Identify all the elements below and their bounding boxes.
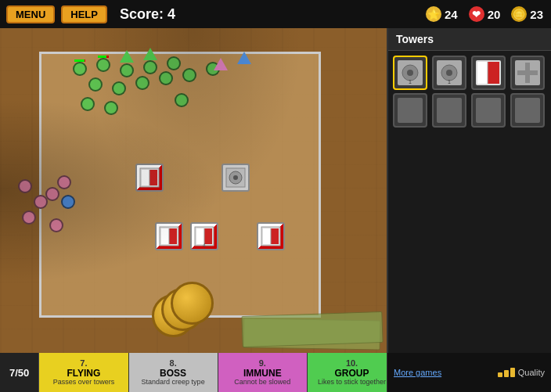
enemy-13	[104, 101, 118, 115]
enemy-blue-1	[61, 195, 75, 209]
wave-desc-group: Likes to stick together	[318, 379, 386, 387]
tower-slot-2[interactable]: 1	[432, 56, 466, 90]
wave-desc-flying: Passes over towers	[53, 379, 115, 387]
wave-name-immune: IMMUNE	[243, 368, 282, 379]
resource-bar: ⭐ 24 ❤ 20 🪙 23	[387, 0, 551, 28]
towers-grid: 1 1	[388, 51, 551, 132]
enemy-7	[112, 81, 126, 95]
tower-slot-6[interactable]	[432, 93, 466, 128]
tower-slot-8[interactable]	[510, 93, 545, 128]
more-games-link[interactable]: More games	[394, 368, 441, 377]
svg-rect-37	[476, 98, 501, 123]
coin-3	[171, 282, 214, 325]
enemy-arrow-4	[237, 52, 251, 64]
q-bar-2	[504, 370, 509, 377]
gold-resource: ⭐ 24	[426, 6, 458, 22]
field-tower-3[interactable]	[155, 222, 183, 250]
enemy-1	[73, 62, 87, 76]
field-tower-2[interactable]	[221, 164, 250, 192]
svg-rect-29	[477, 62, 488, 84]
enemy-5	[167, 56, 181, 70]
wave-num-9: 9.	[259, 358, 266, 368]
svg-rect-1	[142, 170, 149, 185]
svg-rect-9	[169, 228, 177, 244]
svg-text:1: 1	[409, 79, 412, 85]
wave-desc-immune: Cannot be slowed	[234, 379, 290, 387]
enemy-12	[81, 97, 95, 111]
enemy-4	[143, 60, 157, 74]
coin-icon: 🪙	[511, 6, 527, 22]
q-bar-1	[498, 372, 502, 377]
enemy-pink-3	[45, 187, 59, 201]
svg-rect-38	[515, 98, 540, 123]
score-display: Score: 4	[120, 6, 175, 23]
quality-label: Quality	[518, 368, 545, 377]
enemy-3	[120, 63, 134, 77]
tower-slot-5[interactable]	[393, 93, 427, 128]
svg-point-22	[407, 70, 413, 76]
wave-name-boss: BOSS	[160, 368, 186, 379]
svg-rect-8	[161, 228, 169, 244]
play-field: 4	[39, 52, 321, 318]
tower-slot-4[interactable]	[510, 56, 545, 90]
wave-num-8: 8.	[170, 358, 177, 368]
wave-counter: 7/50	[0, 353, 39, 392]
enemy-pink-1	[18, 179, 32, 193]
wave-item-immune[interactable]: 9. IMMUNE Cannot be slowed	[218, 353, 308, 392]
svg-rect-34	[517, 70, 538, 75]
q-bar-3	[510, 368, 515, 377]
svg-rect-13	[204, 228, 212, 244]
enemy-8	[135, 76, 149, 90]
svg-rect-30	[488, 62, 499, 84]
enemy-arrow-2	[143, 48, 157, 60]
wave-item-boss[interactable]: 8. BOSS Standard creep type	[129, 353, 218, 392]
tower-slot-7[interactable]	[471, 93, 506, 128]
gold-value: 24	[445, 8, 458, 21]
enemy-pink-6	[49, 218, 63, 232]
coin-resource: 🪙 23	[511, 6, 543, 22]
menu-button[interactable]: MENU	[6, 5, 55, 23]
desk-bills-front	[241, 311, 383, 347]
coins-pile	[152, 282, 214, 337]
enemy-pink-4	[57, 175, 71, 189]
wave-desc-boss: Standard creep type	[142, 379, 205, 387]
help-button[interactable]: HELP	[61, 5, 107, 23]
heart-resource: ❤ 20	[469, 6, 501, 22]
coin-value: 23	[530, 8, 543, 21]
game-container: MENU HELP Score: 4 ⭐ 24 ❤ 20 🪙 23	[0, 0, 551, 392]
svg-rect-18	[271, 228, 279, 244]
towers-title: Towers	[388, 28, 551, 51]
enemy-2	[96, 58, 110, 72]
svg-rect-12	[196, 228, 204, 244]
field-tower-1[interactable]	[135, 164, 164, 192]
enemy-arrow-1	[120, 50, 134, 63]
tower-slot-3[interactable]	[471, 56, 506, 90]
footer-right: More games Quality	[387, 353, 551, 392]
wave-item-flying[interactable]: 7. FLYING Passes over towers	[39, 353, 128, 392]
wave-num-7: 7.	[80, 358, 87, 368]
quality-section[interactable]: Quality	[498, 368, 545, 377]
wave-item-group[interactable]: 10. GROUP Likes to stick together	[308, 353, 397, 392]
wave-name-group: GROUP	[335, 368, 369, 379]
right-panel: Towers 1 1	[387, 28, 551, 353]
tower-slot-1[interactable]: 1	[393, 56, 427, 90]
svg-text:1: 1	[448, 79, 451, 85]
svg-rect-35	[398, 98, 423, 123]
enemy-9	[159, 71, 173, 85]
quality-bars	[498, 368, 515, 377]
heart-icon: ❤	[469, 6, 484, 22]
enemy-6	[88, 77, 103, 92]
svg-point-6	[233, 175, 238, 180]
enemy-arrow-3	[214, 58, 228, 70]
svg-point-26	[446, 70, 452, 76]
svg-rect-36	[437, 98, 462, 123]
field-tower-5[interactable]	[257, 222, 285, 250]
wave-num-10: 10.	[346, 358, 358, 368]
svg-text:4: 4	[203, 243, 206, 247]
field-tower-4[interactable]: 4	[190, 222, 218, 250]
wave-name-flying: FLYING	[67, 368, 100, 379]
gold-icon: ⭐	[426, 6, 441, 22]
enemy-14	[175, 93, 189, 107]
svg-rect-2	[149, 170, 157, 185]
game-area[interactable]: 4	[0, 28, 387, 353]
